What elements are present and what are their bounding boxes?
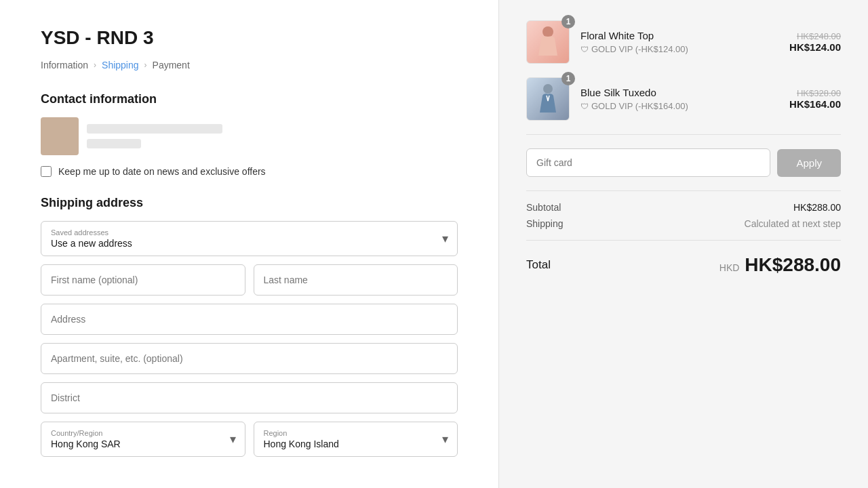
item-info-2: Blue Silk Tuxedo 🛡 GOLD VIP (-HK$164.00) (580, 87, 778, 111)
saved-addresses-value: Use a new address (51, 238, 427, 249)
gift-card-row: Apply (526, 148, 841, 177)
total-currency: HKD (719, 262, 740, 273)
item-discounted-price-2: HK$164.00 (789, 98, 841, 110)
newsletter-row: Keep me up to date on news and exclusive… (41, 166, 458, 177)
contact-email-blurred (87, 124, 222, 134)
item-discounted-price-1: HK$124.00 (789, 41, 841, 53)
item-original-price-2: HK$328.00 (789, 88, 841, 98)
country-select-wrapper: Country/Region Hong Kong SAR ▾ (41, 422, 245, 457)
name-row (41, 264, 458, 296)
item-info-1: Floral White Top 🛡 GOLD VIP (-HK$124.00) (580, 30, 778, 54)
shield-icon-2: 🛡 (580, 102, 589, 111)
saved-addresses-chevron-icon: ▾ (442, 231, 448, 246)
total-amount: HK$288.00 (745, 254, 841, 276)
country-region-row: Country/Region Hong Kong SAR ▾ Region Ho… (41, 422, 458, 457)
breadcrumb-sep-2: › (144, 60, 147, 70)
country-label: Country/Region (51, 429, 215, 437)
item-vip-1: 🛡 GOLD VIP (-HK$124.00) (580, 44, 778, 54)
subtotal-row: Subtotal HK$288.00 (526, 202, 841, 213)
country-value: Hong Kong SAR (51, 439, 215, 449)
saved-addresses-wrapper: Saved addresses Use a new address ▾ (41, 221, 458, 256)
shipping-value: Calculated at next step (745, 218, 841, 229)
country-select[interactable]: Country/Region Hong Kong SAR (41, 422, 245, 457)
divider-1 (526, 134, 841, 135)
saved-addresses-label: Saved addresses (51, 228, 427, 237)
item-image-tuxedo (526, 77, 570, 121)
item-image-floral (526, 20, 570, 64)
region-select-wrapper: Region Hong Kong Island ▾ (254, 422, 458, 457)
left-panel: YSD - RND 3 Information › Shipping › Pay… (0, 0, 498, 488)
tuxedo-figure-icon (534, 82, 561, 116)
first-name-input[interactable] (41, 264, 245, 296)
total-right: HKD HK$288.00 (719, 254, 841, 276)
contact-info-block (41, 117, 458, 155)
contact-section-title: Contact information (41, 92, 458, 106)
item-name-2: Blue Silk Tuxedo (580, 87, 778, 98)
item-name-1: Floral White Top (580, 30, 778, 41)
breadcrumb-sep-1: › (94, 60, 96, 70)
divider-3 (526, 240, 841, 241)
store-title: YSD - RND 3 (41, 27, 458, 49)
shipping-section-title: Shipping address (41, 196, 458, 210)
item-prices-2: HK$328.00 HK$164.00 (789, 88, 841, 110)
country-chevron-icon: ▾ (230, 432, 236, 447)
breadcrumb-shipping[interactable]: Shipping (102, 60, 139, 70)
order-item-1: 1 Floral White Top 🛡 GOLD VIP (-HK$124.0… (526, 20, 841, 64)
svg-point-1 (543, 84, 553, 94)
item-badge-2: 1 (561, 72, 575, 85)
item-prices-1: HK$248.00 HK$124.00 (789, 31, 841, 53)
last-name-input[interactable] (254, 264, 458, 296)
saved-addresses-select[interactable]: Saved addresses Use a new address (41, 221, 458, 256)
breadcrumb-information[interactable]: Information (41, 60, 88, 70)
newsletter-label[interactable]: Keep me up to date on news and exclusive… (58, 166, 266, 177)
shipping-row: Shipping Calculated at next step (526, 218, 841, 229)
shipping-section: Shipping address Saved addresses Use a n… (41, 196, 458, 457)
breadcrumb-payment: Payment (153, 60, 190, 70)
gift-card-input[interactable] (526, 148, 770, 177)
item-original-price-1: HK$248.00 (789, 31, 841, 41)
address-input[interactable] (41, 304, 458, 335)
newsletter-checkbox[interactable] (41, 166, 52, 177)
item-img-wrapper-2: 1 (526, 77, 570, 121)
item-vip-label-2: GOLD VIP (-HK$164.00) (591, 101, 688, 111)
item-img-wrapper-1: 1 (526, 20, 570, 64)
item-vip-label-1: GOLD VIP (-HK$124.00) (591, 44, 688, 54)
divider-2 (526, 190, 841, 191)
region-label: Region (264, 429, 428, 437)
total-row: Total HKD HK$288.00 (526, 254, 841, 276)
floral-figure-icon (534, 25, 561, 59)
total-label: Total (526, 258, 551, 272)
item-badge-1: 1 (561, 15, 575, 28)
subtotal-value: HK$288.00 (793, 202, 841, 213)
right-panel: 1 Floral White Top 🛡 GOLD VIP (-HK$124.0… (498, 0, 868, 488)
shield-icon-1: 🛡 (580, 45, 589, 54)
item-vip-2: 🛡 GOLD VIP (-HK$164.00) (580, 101, 778, 111)
order-items-list: 1 Floral White Top 🛡 GOLD VIP (-HK$124.0… (526, 20, 841, 121)
avatar (41, 117, 79, 155)
breadcrumb: Information › Shipping › Payment (41, 60, 458, 70)
order-item-2: 1 Blue Silk Tuxedo 🛡 GOLD VIP (-HK$164.0… (526, 77, 841, 121)
shipping-label: Shipping (526, 218, 564, 229)
region-value: Hong Kong Island (264, 439, 428, 449)
contact-name-blurred (87, 139, 141, 148)
subtotal-label: Subtotal (526, 202, 561, 213)
apartment-input[interactable] (41, 343, 458, 374)
region-select[interactable]: Region Hong Kong Island (254, 422, 458, 457)
apply-button[interactable]: Apply (777, 149, 841, 177)
district-input[interactable] (41, 382, 458, 413)
svg-point-0 (542, 26, 553, 37)
contact-text-block (87, 124, 222, 148)
region-chevron-icon: ▾ (442, 432, 448, 447)
